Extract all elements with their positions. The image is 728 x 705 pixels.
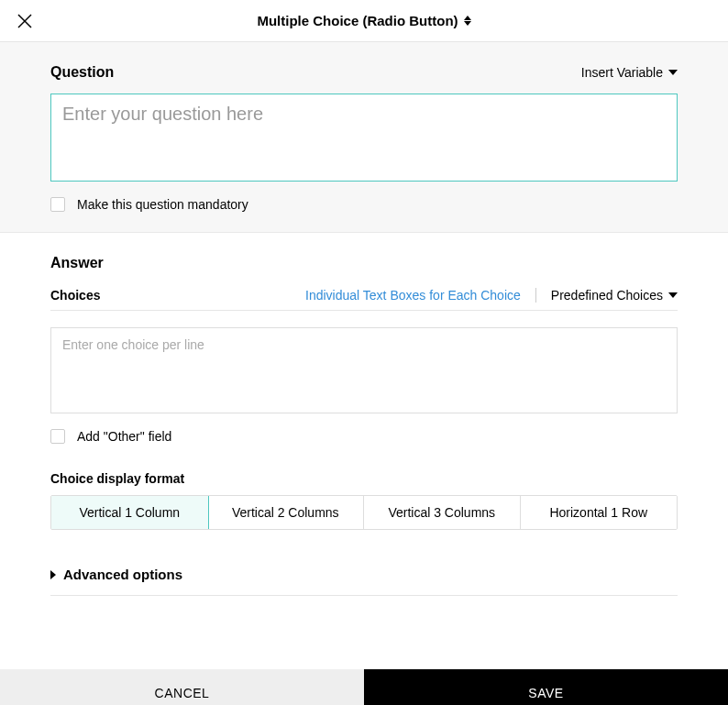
format-option-vertical-2[interactable]: Vertical 2 Columns: [208, 496, 365, 529]
individual-textboxes-link[interactable]: Individual Text Boxes for Each Choice: [305, 288, 521, 303]
caret-down-icon: [668, 70, 678, 75]
close-icon: [17, 14, 32, 28]
caret-down-icon: [668, 292, 678, 298]
predefined-choices-label: Predefined Choices: [551, 288, 663, 303]
insert-variable-button[interactable]: Insert Variable: [581, 65, 678, 80]
sort-icon[interactable]: [464, 16, 471, 26]
close-button[interactable]: [17, 13, 33, 29]
format-option-vertical-1[interactable]: Vertical 1 Column: [50, 495, 209, 530]
question-label: Question: [50, 64, 114, 81]
advanced-options-toggle[interactable]: Advanced options: [50, 567, 678, 596]
other-field-checkbox[interactable]: [50, 429, 65, 444]
format-label: Choice display format: [50, 471, 678, 486]
insert-variable-label: Insert Variable: [581, 65, 663, 80]
format-option-vertical-3[interactable]: Vertical 3 Columns: [364, 496, 521, 529]
question-section: Question Insert Variable Make this quest…: [0, 42, 728, 233]
predefined-choices-button[interactable]: Predefined Choices: [551, 288, 678, 303]
cancel-button[interactable]: CANCEL: [0, 669, 364, 705]
divider: [535, 288, 536, 303]
modal-header: Multiple Choice (Radio Button): [0, 0, 728, 42]
answer-section: Answer Choices Individual Text Boxes for…: [0, 233, 728, 623]
choices-input[interactable]: [50, 327, 678, 413]
mandatory-label: Make this question mandatory: [77, 197, 248, 212]
save-button[interactable]: SAVE: [364, 669, 728, 705]
other-field-label: Add "Other" field: [77, 429, 171, 444]
mandatory-checkbox[interactable]: [50, 197, 65, 212]
advanced-options-label: Advanced options: [63, 567, 182, 582]
format-option-horizontal-1[interactable]: Horizontal 1 Row: [521, 496, 678, 529]
question-input[interactable]: [50, 94, 678, 182]
modal-footer: CANCEL SAVE: [0, 669, 728, 705]
caret-right-icon: [50, 570, 56, 579]
format-options: Vertical 1 Column Vertical 2 Columns Ver…: [50, 495, 678, 530]
question-type-select[interactable]: Multiple Choice (Radio Button): [257, 13, 458, 28]
choices-label: Choices: [50, 288, 100, 303]
answer-label: Answer: [50, 255, 104, 270]
